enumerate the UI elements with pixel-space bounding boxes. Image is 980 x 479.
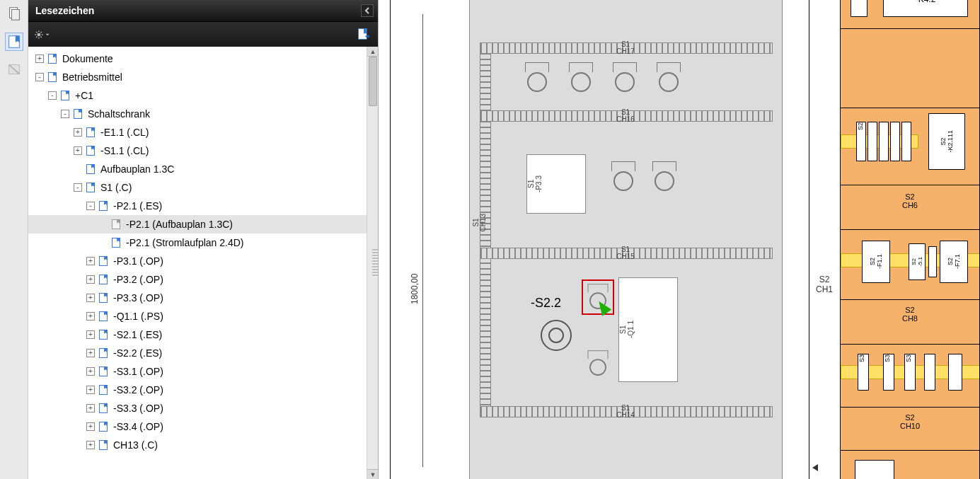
bookmark-doc-icon: [98, 421, 109, 432]
tree-node-label: -E1.1 (.CL): [100, 127, 149, 138]
chip-b3-5: [948, 354, 962, 391]
bookmark-doc-icon: [47, 71, 58, 83]
tree-node[interactable]: +-S3.3 (.OP): [28, 399, 367, 417]
tree-node[interactable]: +-S1.1 (.CL): [28, 142, 367, 160]
tree-node-label: -S3.4 (.OP): [113, 421, 163, 432]
panel-header: Lesezeichen: [28, 0, 378, 21]
expand-icon[interactable]: +: [86, 404, 95, 412]
tree-node[interactable]: +-S2.2 (.ES): [28, 344, 367, 362]
svg-rect-1: [11, 10, 19, 21]
chip-b3-4: [924, 354, 935, 391]
expand-icon[interactable]: +: [86, 275, 95, 284]
indicator-p3x-4: [657, 62, 681, 93]
scroll-up-button[interactable]: ▲: [367, 47, 378, 57]
bookmark-doc-icon: [85, 182, 96, 193]
bookmark-doc-icon: [98, 200, 109, 212]
tree-node[interactable]: +-S3.2 (.OP): [28, 381, 367, 399]
tree-node[interactable]: +-P3.2 (.OP): [28, 270, 367, 289]
tree-node[interactable]: --P2.1 (.ES): [28, 197, 367, 215]
collapse-icon[interactable]: -: [61, 110, 69, 118]
scroll-thumb[interactable]: [369, 57, 377, 106]
expand-icon[interactable]: +: [86, 312, 95, 321]
bookmark-options-menu[interactable]: [34, 27, 50, 42]
label-ch8: S2 CH8: [841, 306, 979, 323]
dimension-label: 1800,00: [410, 274, 420, 304]
attachments-icon[interactable]: [5, 61, 23, 79]
rail-ch14-label: S1CH14: [604, 405, 647, 419]
expand-icon[interactable]: +: [86, 367, 95, 376]
tree-node-label: Betriebsmittel: [62, 71, 122, 83]
expand-icon[interactable]: +: [86, 441, 95, 449]
locate-bookmark-button[interactable]: [357, 27, 372, 42]
collapse-icon[interactable]: -: [48, 91, 57, 100]
tree-node-label: Aufbauplan 1.3C: [100, 163, 174, 175]
chip-b1-3: [879, 122, 889, 161]
expand-icon[interactable]: +: [86, 257, 95, 265]
rail-ch15-label: S1CH15: [604, 246, 647, 260]
tree-node[interactable]: +-P3.1 (.OP): [28, 252, 367, 270]
bookmarks-icon[interactable]: [5, 33, 23, 51]
bookmark-doc-icon: [98, 274, 109, 285]
expand-icon[interactable]: +: [74, 128, 82, 137]
chip-b3-2: S3: [883, 354, 894, 391]
tree-node-label: -S1.1 (.CL): [100, 145, 149, 156]
expand-icon[interactable]: +: [86, 330, 95, 339]
tree-node[interactable]: +-S2.1 (.ES): [28, 325, 367, 344]
expand-icon[interactable]: +: [86, 294, 95, 302]
svg-point-5: [38, 33, 41, 36]
tree-node[interactable]: -S1 (.C): [28, 178, 367, 197]
tree-node[interactable]: +CH13 (.C): [28, 436, 367, 454]
pages-icon[interactable]: [5, 4, 23, 23]
bookmark-doc-icon: [98, 329, 109, 340]
expand-icon[interactable]: +: [86, 349, 95, 357]
expand-icon[interactable]: +: [35, 54, 44, 63]
tree-node[interactable]: +-E1.1 (.CL): [28, 123, 367, 142]
bookmark-doc-icon: [98, 311, 109, 322]
bookmark-doc-icon: [110, 237, 122, 248]
expand-icon[interactable]: +: [86, 386, 95, 394]
drawing-canvas[interactable]: 1800,00 S1CH13 S1CH17 S1CH16: [379, 0, 980, 479]
side-label-s2-ch1: S2CH1: [812, 275, 836, 294]
tree-node[interactable]: +-S3.1 (.OP): [28, 362, 367, 381]
tree-node[interactable]: -P2.1 (Stromlaufplan 2.4D): [28, 233, 367, 252]
svg-line-13: [40, 31, 42, 33]
bookmark-tree[interactable]: +Dokumente-Betriebsmittel-+C1-Schaltschr…: [28, 47, 367, 479]
page-corner-arrow-icon: [812, 464, 821, 473]
tree-node-label: -P3.3 (.OP): [113, 292, 163, 304]
expand-icon[interactable]: +: [74, 146, 82, 155]
tree-node[interactable]: +Dokumente: [28, 50, 367, 68]
tree-node[interactable]: +-S3.4 (.OP): [28, 417, 367, 436]
tree-node[interactable]: +-P3.3 (.OP): [28, 289, 367, 307]
tree-node[interactable]: -Schaltschrank: [28, 105, 367, 123]
bookmark-doc-icon: [59, 90, 71, 101]
bookmark-doc-icon: [85, 145, 96, 156]
chip-b1-1: S2: [856, 122, 866, 161]
tree-node-label: Schaltschrank: [88, 108, 150, 120]
tree-spacer: [99, 238, 108, 247]
chip-b1-4: [890, 122, 900, 161]
tree-node[interactable]: -Betriebsmittel: [28, 68, 367, 86]
panel-collapse-button[interactable]: [361, 4, 374, 17]
bookmark-doc-icon: [98, 366, 109, 377]
cabinet-area: S1CH13 S1CH17 S1CH16 S1-P3.3: [469, 0, 783, 479]
rail-ch16-label: S1CH16: [604, 109, 647, 123]
panel-title: Lesezeichen: [35, 5, 94, 16]
collapse-icon[interactable]: -: [86, 202, 95, 210]
chip-b4-1: [855, 460, 894, 479]
expand-icon[interactable]: +: [86, 422, 95, 431]
tree-node[interactable]: -P2.1 (Aufbauplan 1.3C): [28, 215, 367, 233]
tree-node[interactable]: +-Q1.1 (.PS): [28, 307, 367, 325]
tree-node-label: -S3.1 (.OP): [113, 366, 163, 377]
tree-node[interactable]: -+C1: [28, 86, 367, 105]
chip-b3-3: S3: [904, 354, 916, 391]
panel-resize-grip[interactable]: [372, 249, 378, 277]
scroll-down-button[interactable]: ▼: [367, 469, 378, 479]
collapse-icon[interactable]: -: [35, 73, 44, 81]
tree-node-label: -P2.1 (Aufbauplan 1.3C): [126, 219, 233, 230]
divider: [841, 28, 979, 29]
bookmark-doc-icon: [85, 163, 96, 175]
collapse-icon[interactable]: -: [74, 183, 82, 192]
bookmark-doc-icon: [98, 347, 109, 359]
bookmark-doc-icon: [98, 439, 109, 451]
tree-node[interactable]: Aufbauplan 1.3C: [28, 160, 367, 178]
